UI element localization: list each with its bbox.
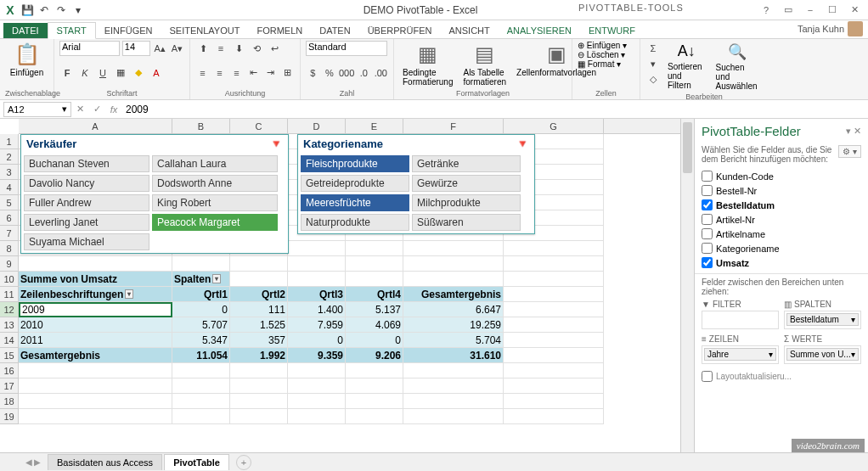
area-filter[interactable]: ▼FILTER: [702, 300, 779, 329]
row-header[interactable]: 7: [0, 226, 18, 241]
cell[interactable]: [172, 363, 230, 378]
field-checkbox[interactable]: [702, 171, 713, 182]
cell[interactable]: [230, 256, 288, 272]
cell[interactable]: 111: [230, 302, 288, 317]
cell[interactable]: 19.259: [403, 317, 504, 333]
row-header[interactable]: 19: [0, 409, 18, 424]
field-pane-close-icon[interactable]: ▾ ✕: [846, 126, 861, 137]
row-header[interactable]: 9: [0, 256, 18, 272]
name-box-dropdown-icon[interactable]: ▾: [62, 104, 67, 115]
slicer-item[interactable]: Davolio Nancy: [24, 175, 149, 192]
cell[interactable]: [504, 302, 604, 317]
cell[interactable]: 5.704: [403, 333, 504, 348]
row-header[interactable]: 18: [0, 394, 18, 409]
cell[interactable]: Zeilenbeschriftungen ▾: [19, 287, 172, 302]
cell[interactable]: 9.359: [288, 348, 346, 363]
cell[interactable]: 6.647: [403, 302, 504, 317]
inc-decimal-icon[interactable]: .0: [357, 65, 371, 81]
cell[interactable]: 5.137: [346, 302, 403, 317]
slicer-item[interactable]: Peacock Margaret: [152, 214, 278, 231]
redo-icon[interactable]: ↷: [54, 3, 68, 17]
cell[interactable]: [504, 378, 604, 394]
field-checkbox[interactable]: [702, 199, 713, 210]
font-color-button[interactable]: A: [149, 65, 164, 81]
cell[interactable]: [230, 394, 288, 409]
row-header[interactable]: 8: [0, 241, 18, 256]
slicer-item[interactable]: Getreideprodukte: [301, 175, 409, 192]
shrink-font-icon[interactable]: A▾: [170, 41, 184, 56]
dec-decimal-icon[interactable]: .00: [374, 65, 388, 81]
cell[interactable]: [403, 378, 504, 394]
cell[interactable]: [504, 317, 604, 333]
merge-icon[interactable]: ⊞: [280, 65, 295, 81]
cell[interactable]: Gesamtergebnis: [403, 287, 504, 302]
cell[interactable]: [346, 256, 403, 272]
row-header[interactable]: 16: [0, 363, 18, 378]
sheet-tab-basisdaten[interactable]: Basisdaten aus Access: [48, 454, 162, 470]
cell[interactable]: [346, 272, 403, 287]
col-header-F[interactable]: F: [403, 119, 504, 133]
format-cells-button[interactable]: ▦ Format ▾: [578, 59, 634, 69]
cell[interactable]: [230, 378, 288, 394]
tab-entwurf[interactable]: ENTWURF: [580, 23, 644, 38]
area-values[interactable]: ΣWERTE Summe von U...▾: [784, 334, 861, 364]
cell[interactable]: Qrtl1: [172, 287, 230, 302]
delete-cells-button[interactable]: ⊖ Löschen ▾: [578, 50, 634, 59]
row-header[interactable]: 11: [0, 287, 18, 302]
cell[interactable]: 357: [230, 333, 288, 348]
col-header-G[interactable]: G: [504, 119, 604, 133]
cell[interactable]: [230, 363, 288, 378]
cell[interactable]: [288, 272, 346, 287]
align-left-icon[interactable]: ≡: [195, 65, 210, 81]
field-item[interactable]: Umsatz: [702, 255, 861, 270]
cell[interactable]: [403, 394, 504, 409]
field-checkbox[interactable]: [702, 214, 713, 225]
area-item[interactable]: Summe von U...▾: [786, 348, 859, 361]
field-checkbox[interactable]: [702, 257, 713, 268]
slicer-item[interactable]: Milchprodukte: [412, 194, 521, 211]
defer-checkbox[interactable]: [702, 371, 713, 382]
cell[interactable]: [288, 378, 346, 394]
slicer-item[interactable]: Leverling Janet: [24, 214, 149, 231]
cell[interactable]: [288, 363, 346, 378]
scrollbar-thumb[interactable]: [683, 122, 692, 173]
row-header[interactable]: 4: [0, 180, 18, 195]
field-item[interactable]: Kunden-Code: [702, 169, 861, 183]
indent-inc-icon[interactable]: ⇥: [263, 65, 278, 81]
cell[interactable]: [172, 256, 230, 272]
cell[interactable]: [346, 409, 403, 424]
align-right-icon[interactable]: ≡: [229, 65, 244, 81]
field-item[interactable]: Kategoriename: [702, 241, 861, 255]
minimize-icon[interactable]: −: [800, 3, 820, 18]
cell[interactable]: [19, 378, 172, 394]
cell[interactable]: [403, 241, 504, 256]
accept-formula-icon[interactable]: ✓: [88, 104, 105, 115]
cond-format-button[interactable]: ▦Bedingte Formatierung: [399, 41, 456, 89]
cell[interactable]: [288, 241, 346, 256]
cell[interactable]: [346, 394, 403, 409]
cell[interactable]: 4.069: [346, 317, 403, 333]
cell[interactable]: Gesamtergebnis: [19, 348, 172, 363]
row-header[interactable]: 1: [0, 134, 18, 149]
cell[interactable]: 0: [288, 333, 346, 348]
row-header[interactable]: 17: [0, 378, 18, 394]
align-top-icon[interactable]: ⬆: [195, 41, 211, 56]
area-item[interactable]: Bestelldatum▾: [786, 313, 859, 326]
cell[interactable]: [504, 287, 604, 302]
col-header-D[interactable]: D: [288, 119, 346, 133]
fill-color-button[interactable]: ◆: [131, 65, 146, 81]
cell[interactable]: [172, 409, 230, 424]
cell[interactable]: [504, 348, 604, 363]
cell[interactable]: [403, 272, 504, 287]
area-columns[interactable]: ▥SPALTEN Bestelldatum▾: [784, 300, 861, 329]
cell[interactable]: [504, 409, 604, 424]
clear-icon[interactable]: ◇: [645, 71, 661, 87]
cell[interactable]: [403, 363, 504, 378]
cell[interactable]: [504, 241, 604, 256]
slicer-item[interactable]: Fuller Andrew: [24, 194, 149, 211]
field-checkbox[interactable]: [702, 243, 713, 254]
slicer-item[interactable]: Süßwaren: [412, 214, 521, 231]
cell[interactable]: [504, 394, 604, 409]
cell[interactable]: Qrtl4: [346, 287, 403, 302]
cell[interactable]: [172, 394, 230, 409]
